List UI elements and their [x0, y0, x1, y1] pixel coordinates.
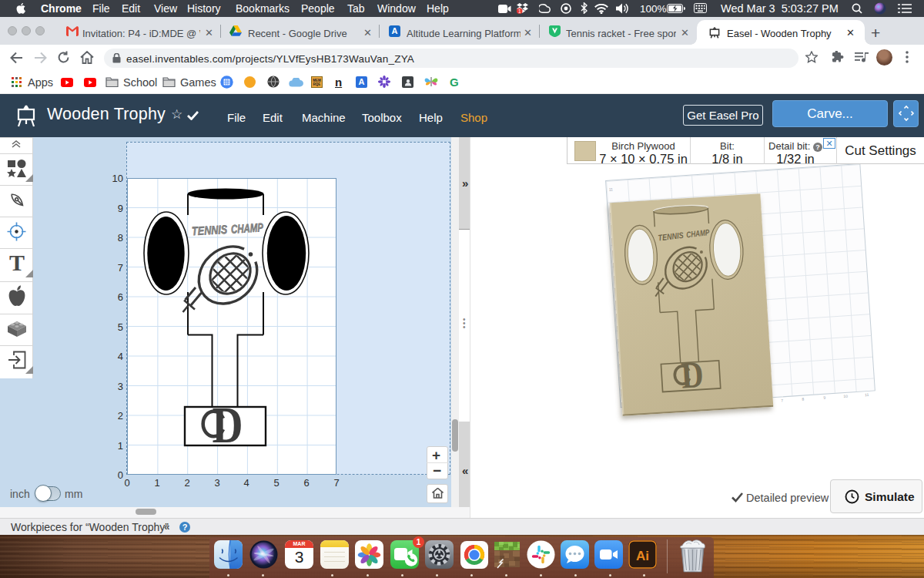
svg-text:D: D	[213, 395, 243, 454]
svg-text:11: 11	[609, 187, 614, 191]
svg-text:Ai: Ai	[636, 549, 649, 563]
svg-text:TENNIS: TENNIS	[658, 230, 685, 243]
svg-text:T: T	[9, 251, 25, 274]
svg-text:8: 8	[802, 397, 804, 402]
svg-text:10: 10	[843, 394, 848, 398]
svg-text:CHAMP: CHAMP	[231, 220, 264, 235]
svg-text:9: 9	[823, 395, 825, 400]
svg-text:D: D	[680, 354, 705, 397]
svg-text:TENNIS: TENNIS	[192, 223, 228, 237]
svg-text:1: 1	[518, 8, 521, 14]
svg-text:CHAMP: CHAMP	[686, 227, 711, 239]
svg-text:11: 11	[865, 392, 869, 397]
svg-text:7: 7	[781, 398, 783, 402]
